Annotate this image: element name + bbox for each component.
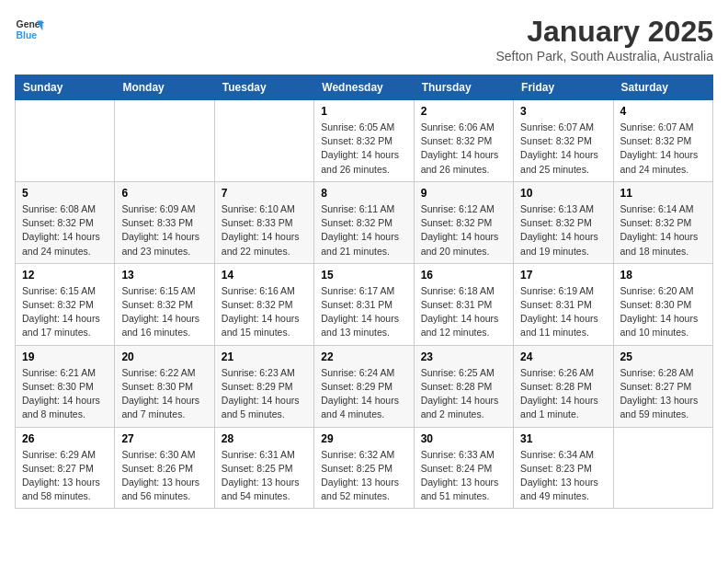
day-info: Sunrise: 6:10 AM Sunset: 8:33 PM Dayligh… xyxy=(222,202,307,259)
calendar-cell: 17Sunrise: 6:19 AM Sunset: 8:31 PM Dayli… xyxy=(514,263,613,345)
logo: General Blue xyxy=(15,15,44,44)
logo-icon: General Blue xyxy=(15,15,44,44)
week-row-5: 26Sunrise: 6:29 AM Sunset: 8:27 PM Dayli… xyxy=(16,427,713,509)
svg-text:Blue: Blue xyxy=(17,30,38,40)
calendar-cell: 4Sunrise: 6:07 AM Sunset: 8:32 PM Daylig… xyxy=(613,100,712,182)
day-number: 8 xyxy=(321,187,406,200)
calendar-cell xyxy=(214,100,313,182)
location-subtitle: Sefton Park, South Australia, Australia xyxy=(495,49,713,63)
calendar-cell: 6Sunrise: 6:09 AM Sunset: 8:33 PM Daylig… xyxy=(115,181,214,263)
weekday-header-row: SundayMondayTuesdayWednesdayThursdayFrid… xyxy=(16,75,713,100)
calendar-cell: 21Sunrise: 6:23 AM Sunset: 8:29 PM Dayli… xyxy=(214,345,313,427)
calendar-cell: 23Sunrise: 6:25 AM Sunset: 8:28 PM Dayli… xyxy=(414,345,513,427)
calendar-cell: 20Sunrise: 6:22 AM Sunset: 8:30 PM Dayli… xyxy=(115,345,214,427)
title-block: January 2025 Sefton Park, South Australi… xyxy=(495,15,713,63)
day-info: Sunrise: 6:11 AM Sunset: 8:32 PM Dayligh… xyxy=(321,202,406,259)
calendar-cell: 12Sunrise: 6:15 AM Sunset: 8:32 PM Dayli… xyxy=(16,263,115,345)
day-info: Sunrise: 6:34 AM Sunset: 8:23 PM Dayligh… xyxy=(520,448,606,504)
week-row-4: 19Sunrise: 6:21 AM Sunset: 8:30 PM Dayli… xyxy=(16,345,713,427)
month-title: January 2025 xyxy=(495,15,713,49)
day-info: Sunrise: 6:08 AM Sunset: 8:32 PM Dayligh… xyxy=(22,202,108,259)
day-number: 13 xyxy=(121,269,207,282)
calendar-cell: 27Sunrise: 6:30 AM Sunset: 8:26 PM Dayli… xyxy=(115,427,214,509)
day-number: 6 xyxy=(121,187,207,200)
calendar-cell: 15Sunrise: 6:17 AM Sunset: 8:31 PM Dayli… xyxy=(314,263,414,345)
day-number: 23 xyxy=(421,350,506,363)
day-number: 30 xyxy=(421,432,506,445)
day-info: Sunrise: 6:19 AM Sunset: 8:31 PM Dayligh… xyxy=(520,284,606,340)
day-info: Sunrise: 6:28 AM Sunset: 8:27 PM Dayligh… xyxy=(620,366,706,422)
day-info: Sunrise: 6:09 AM Sunset: 8:33 PM Dayligh… xyxy=(121,202,207,259)
day-number: 10 xyxy=(520,187,606,200)
calendar-cell: 11Sunrise: 6:14 AM Sunset: 8:32 PM Dayli… xyxy=(613,181,712,263)
day-info: Sunrise: 6:12 AM Sunset: 8:32 PM Dayligh… xyxy=(421,202,506,259)
day-number: 26 xyxy=(22,432,108,445)
day-number: 15 xyxy=(321,269,406,282)
week-row-3: 12Sunrise: 6:15 AM Sunset: 8:32 PM Dayli… xyxy=(16,263,713,345)
calendar-cell: 1Sunrise: 6:05 AM Sunset: 8:32 PM Daylig… xyxy=(314,100,414,182)
day-info: Sunrise: 6:15 AM Sunset: 8:32 PM Dayligh… xyxy=(22,284,108,340)
day-number: 1 xyxy=(321,105,406,118)
calendar-cell: 31Sunrise: 6:34 AM Sunset: 8:23 PM Dayli… xyxy=(514,427,613,509)
day-info: Sunrise: 6:13 AM Sunset: 8:32 PM Dayligh… xyxy=(520,202,606,259)
calendar-cell: 2Sunrise: 6:06 AM Sunset: 8:32 PM Daylig… xyxy=(414,100,513,182)
calendar-cell: 24Sunrise: 6:26 AM Sunset: 8:28 PM Dayli… xyxy=(514,345,613,427)
weekday-header-wednesday: Wednesday xyxy=(314,75,414,100)
day-info: Sunrise: 6:20 AM Sunset: 8:30 PM Dayligh… xyxy=(620,284,706,340)
day-number: 3 xyxy=(520,105,606,118)
calendar-cell: 9Sunrise: 6:12 AM Sunset: 8:32 PM Daylig… xyxy=(414,181,513,263)
day-info: Sunrise: 6:16 AM Sunset: 8:32 PM Dayligh… xyxy=(222,284,307,340)
day-info: Sunrise: 6:32 AM Sunset: 8:25 PM Dayligh… xyxy=(321,448,406,504)
day-info: Sunrise: 6:22 AM Sunset: 8:30 PM Dayligh… xyxy=(121,366,207,422)
calendar-cell: 29Sunrise: 6:32 AM Sunset: 8:25 PM Dayli… xyxy=(314,427,414,509)
day-number: 22 xyxy=(321,350,406,363)
calendar-cell: 13Sunrise: 6:15 AM Sunset: 8:32 PM Dayli… xyxy=(115,263,214,345)
weekday-header-sunday: Sunday xyxy=(16,75,115,100)
week-row-2: 5Sunrise: 6:08 AM Sunset: 8:32 PM Daylig… xyxy=(16,181,713,263)
day-info: Sunrise: 6:21 AM Sunset: 8:30 PM Dayligh… xyxy=(22,366,108,422)
weekday-header-tuesday: Tuesday xyxy=(214,75,313,100)
weekday-header-saturday: Saturday xyxy=(613,75,712,100)
day-info: Sunrise: 6:29 AM Sunset: 8:27 PM Dayligh… xyxy=(22,448,108,504)
day-number: 20 xyxy=(121,350,207,363)
week-row-1: 1Sunrise: 6:05 AM Sunset: 8:32 PM Daylig… xyxy=(16,100,713,182)
calendar-cell: 7Sunrise: 6:10 AM Sunset: 8:33 PM Daylig… xyxy=(214,181,313,263)
weekday-header-monday: Monday xyxy=(115,75,214,100)
calendar-cell: 16Sunrise: 6:18 AM Sunset: 8:31 PM Dayli… xyxy=(414,263,513,345)
calendar-cell: 14Sunrise: 6:16 AM Sunset: 8:32 PM Dayli… xyxy=(214,263,313,345)
day-number: 25 xyxy=(620,350,706,363)
day-number: 27 xyxy=(121,432,207,445)
calendar-cell: 28Sunrise: 6:31 AM Sunset: 8:25 PM Dayli… xyxy=(214,427,313,509)
weekday-header-friday: Friday xyxy=(514,75,613,100)
day-number: 31 xyxy=(520,432,606,445)
day-info: Sunrise: 6:14 AM Sunset: 8:32 PM Dayligh… xyxy=(620,202,706,259)
day-info: Sunrise: 6:26 AM Sunset: 8:28 PM Dayligh… xyxy=(520,366,606,422)
day-info: Sunrise: 6:33 AM Sunset: 8:24 PM Dayligh… xyxy=(421,448,506,504)
day-info: Sunrise: 6:15 AM Sunset: 8:32 PM Dayligh… xyxy=(121,284,207,340)
calendar-table: SundayMondayTuesdayWednesdayThursdayFrid… xyxy=(15,75,713,509)
day-info: Sunrise: 6:05 AM Sunset: 8:32 PM Dayligh… xyxy=(321,121,406,177)
calendar-cell: 18Sunrise: 6:20 AM Sunset: 8:30 PM Dayli… xyxy=(613,263,712,345)
calendar-cell: 30Sunrise: 6:33 AM Sunset: 8:24 PM Dayli… xyxy=(414,427,513,509)
day-number: 19 xyxy=(22,350,108,363)
day-number: 2 xyxy=(421,105,506,118)
day-number: 4 xyxy=(620,105,706,118)
weekday-header-thursday: Thursday xyxy=(414,75,513,100)
calendar-cell: 8Sunrise: 6:11 AM Sunset: 8:32 PM Daylig… xyxy=(314,181,414,263)
calendar-cell xyxy=(115,100,214,182)
day-info: Sunrise: 6:31 AM Sunset: 8:25 PM Dayligh… xyxy=(222,448,307,504)
day-info: Sunrise: 6:30 AM Sunset: 8:26 PM Dayligh… xyxy=(121,448,207,504)
day-info: Sunrise: 6:24 AM Sunset: 8:29 PM Dayligh… xyxy=(321,366,406,422)
day-number: 16 xyxy=(421,269,506,282)
day-number: 28 xyxy=(222,432,307,445)
calendar-cell: 10Sunrise: 6:13 AM Sunset: 8:32 PM Dayli… xyxy=(514,181,613,263)
day-info: Sunrise: 6:23 AM Sunset: 8:29 PM Dayligh… xyxy=(222,366,307,422)
day-info: Sunrise: 6:07 AM Sunset: 8:32 PM Dayligh… xyxy=(620,121,706,177)
day-number: 29 xyxy=(321,432,406,445)
day-number: 9 xyxy=(421,187,506,200)
calendar-cell: 26Sunrise: 6:29 AM Sunset: 8:27 PM Dayli… xyxy=(16,427,115,509)
calendar-cell: 22Sunrise: 6:24 AM Sunset: 8:29 PM Dayli… xyxy=(314,345,414,427)
day-number: 24 xyxy=(520,350,606,363)
calendar-cell xyxy=(16,100,115,182)
day-number: 11 xyxy=(620,187,706,200)
